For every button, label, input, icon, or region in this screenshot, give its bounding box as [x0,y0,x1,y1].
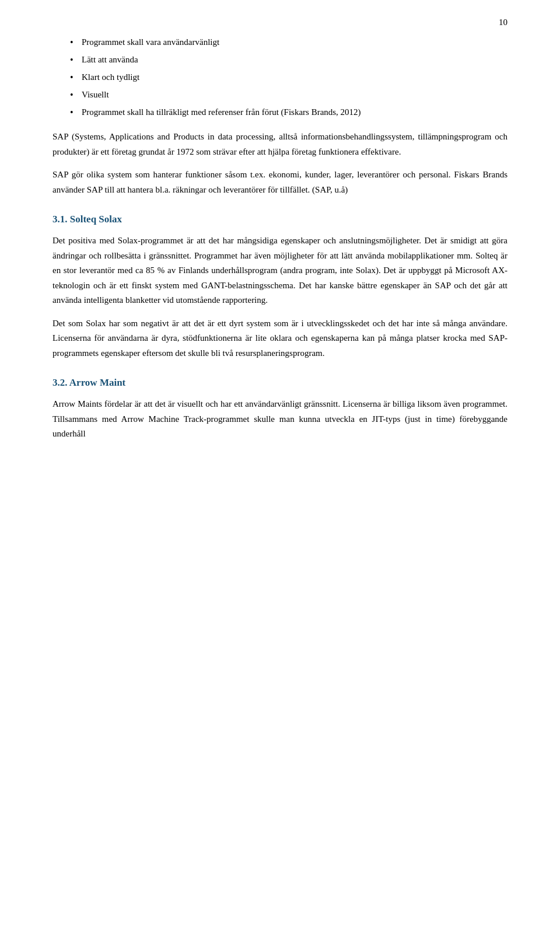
list-item-text: Programmet skall vara användarvänligt [82,37,219,47]
sap-paragraph-1: SAP (Systems, Applications and Products … [52,130,508,159]
list-item: Programmet skall vara användarvänligt [70,35,508,49]
section-31-block: 3.1. Solteq Solax Det positiva med Solax… [52,214,508,361]
list-item-text: Klart och tydligt [82,72,139,82]
section-31-paragraph-1: Det positiva med Solax-programmet är att… [52,233,508,308]
section-32-block: 3.2. Arrow Maint Arrow Maints fördelar ä… [52,377,508,442]
section-32-heading: 3.2. Arrow Maint [52,377,508,389]
section-31-paragraph-2: Det som Solax har som negativt är att de… [52,316,508,361]
list-item: Programmet skall ha tillräkligt med refe… [70,105,508,119]
list-item-text: Lätt att använda [82,55,138,64]
list-item-text: Programmet skall ha tillräkligt med refe… [82,107,361,117]
sap-paragraph-2: SAP gör olika system som hanterar funkti… [52,167,508,197]
bullet-list: Programmet skall vara användarvänligt Lä… [52,35,508,119]
list-item: Lätt att använda [70,53,508,67]
list-item-text: Visuellt [82,90,109,99]
page-container: 10 Programmet skall vara användarvänligt… [0,0,560,929]
page-number: 10 [499,18,508,27]
section-32-paragraph-1: Arrow Maints fördelar är att det är visu… [52,397,508,442]
list-item: Visuellt [70,88,508,102]
section-31-heading: 3.1. Solteq Solax [52,214,508,225]
list-item: Klart och tydligt [70,70,508,84]
